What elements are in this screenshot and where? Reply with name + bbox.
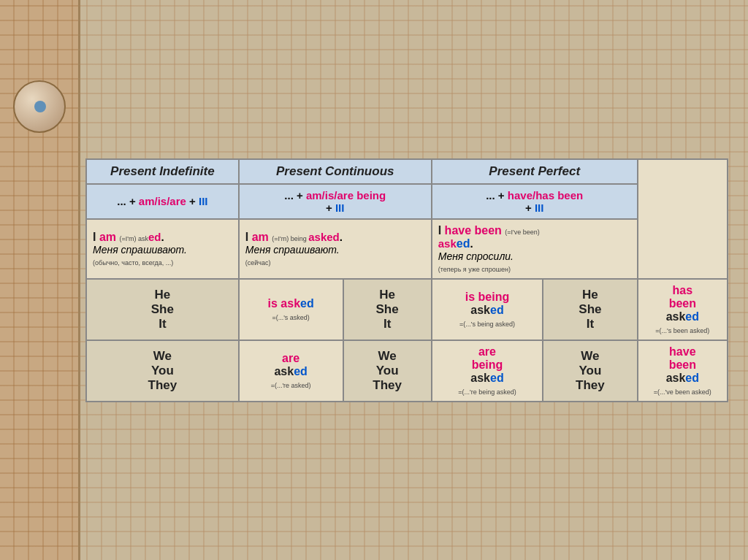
i-row-indefinite: I am (=I'm) asked. Меня спрашивают. (обы… (86, 219, 239, 279)
we-are-being: arebeing (472, 345, 503, 371)
i-continuous-dot: . (340, 231, 343, 243)
he-perfect-ed: ed (685, 310, 699, 323)
formula-continuous-pink: am/is/are being (306, 189, 386, 202)
we-cont-eq: =(...'re being asked) (458, 388, 516, 396)
we-perf-eq: =(...'ve been asked) (654, 388, 711, 396)
i-indefinite-russian: Меня спрашивают. (93, 244, 187, 256)
i-perfect-note: (теперь я уже спрошен) (438, 266, 511, 273)
we-been: been (669, 358, 696, 371)
i-continuous-being: being (291, 235, 309, 242)
header-continuous: Present Continuous (239, 159, 432, 184)
he-verb-continuous: is being asked =(...'s being asked) (432, 279, 543, 340)
he-pronoun-continuous: HeSheIt (343, 279, 432, 340)
header-indefinite: Present Indefinite (86, 159, 239, 184)
he-been: been (669, 297, 696, 310)
grammar-table: Present Indefinite Present Continuous Pr… (85, 158, 728, 402)
we-indef-ask: ask (274, 365, 294, 377)
i-row-perfect: I have been (=I've been) asked. Меня спр… (432, 219, 638, 279)
he-asked-cont-ed: ed (490, 304, 504, 316)
we-cont-ed: ed (490, 372, 504, 384)
i-continuous-note: (сейчас) (245, 259, 271, 266)
i-perfect-i: I (438, 224, 445, 237)
formula-perfect-blue: III (535, 202, 544, 214)
he-perfect-eq: =(...'s been asked) (655, 327, 709, 334)
formula-row: ... + am/is/are + III ... + am/is/are be… (86, 184, 728, 219)
we-indef-eq: =(...'re asked) (271, 382, 311, 389)
he-has: has (673, 284, 693, 296)
he-is-asked-eq: =(...'s asked) (272, 314, 310, 321)
he-pronoun-indefinite: HeSheIt (86, 279, 239, 340)
formula-continuous: ... + am/is/are being+ III (239, 184, 432, 219)
circle-dot (34, 101, 46, 112)
we-pronoun-indefinite: WeYouThey (86, 340, 239, 402)
we-perf-ask: ask (666, 372, 686, 384)
we-pronoun-continuous: WeYouThey (343, 340, 432, 402)
we-row: WeYouThey are asked =(...'re asked) WeYo… (86, 340, 728, 402)
i-perfect-dot: . (470, 237, 473, 250)
we-verb-indefinite: are asked =(...'re asked) (239, 340, 343, 402)
we-verb-continuous: arebeing asked =(...'re being asked) (432, 340, 543, 402)
we-pronoun-perfect: WeYouThey (543, 340, 637, 402)
we-indef-ed: ed (294, 365, 308, 377)
i-perfect-ask: ask (438, 237, 457, 250)
i-indefinite-small: (=I'm) ask (119, 235, 148, 242)
he-row: HeSheIt is asked =(...'s asked) HeSheIt … (86, 279, 728, 340)
he-verb-perfect: has been asked =(...'s been asked) (638, 279, 728, 340)
i-indefinite-i: I (93, 231, 99, 243)
i-row-continuous: I am (=I'm) being asked. Меня спрашивают… (239, 219, 432, 279)
formula-continuous-blue: III (335, 202, 345, 214)
he-is-being: is being (465, 291, 509, 303)
i-indefinite-ed: ed (148, 231, 161, 243)
he-asked-cont-ask: ask (470, 304, 490, 316)
i-indefinite-note: (обычно, часто, всегда, ...) (93, 259, 173, 266)
formula-perfect: ... + have/has been+ III (432, 184, 638, 219)
he-is-asked-ed: ed (300, 297, 314, 310)
he-is-asked-main: is ask (268, 297, 300, 310)
he-perfect-ask: ask (666, 310, 686, 323)
we-have: have (669, 345, 695, 358)
i-indefinite-dot: . (161, 231, 164, 243)
formula-indefinite-pink: am/is/are (139, 195, 186, 207)
i-continuous-small1: (=I'm) (272, 235, 290, 242)
i-indefinite-am: am (99, 231, 120, 243)
we-are: are (282, 352, 299, 364)
formula-indefinite-blue: III (199, 195, 208, 207)
header-row: Present Indefinite Present Continuous Pr… (86, 159, 728, 184)
formula-perfect-pink: have/has been (508, 189, 583, 202)
i-perfect-russian: Меня спросили. (438, 250, 514, 262)
i-continuous-am: am (252, 231, 272, 243)
formula-indefinite: ... + am/is/are + III (86, 184, 239, 219)
i-perfect-have-been: have been (445, 224, 505, 237)
main-content: Present Indefinite Present Continuous Pr… (80, 37, 733, 523)
i-continuous-russian: Меня спрашивают. (245, 244, 340, 256)
i-perfect-small: (=I've been) (505, 229, 540, 236)
we-verb-perfect: have been asked =(...'ve been asked) (638, 340, 728, 402)
he-verb-indefinite: is asked =(...'s asked) (239, 279, 343, 340)
he-pronoun-perfect: HeSheIt (543, 279, 637, 340)
i-perfect-ed: ed (457, 237, 470, 250)
i-row: I am (=I'm) asked. Меня спрашивают. (обы… (86, 219, 728, 279)
header-perfect: Present Perfect (432, 159, 638, 184)
we-cont-ask: ask (470, 372, 490, 384)
he-being-asked-eq: =(...'s being asked) (459, 321, 515, 328)
we-perf-ed: ed (685, 372, 699, 384)
i-continuous-asked: asked (308, 231, 340, 243)
i-continuous-i: I (245, 231, 252, 243)
